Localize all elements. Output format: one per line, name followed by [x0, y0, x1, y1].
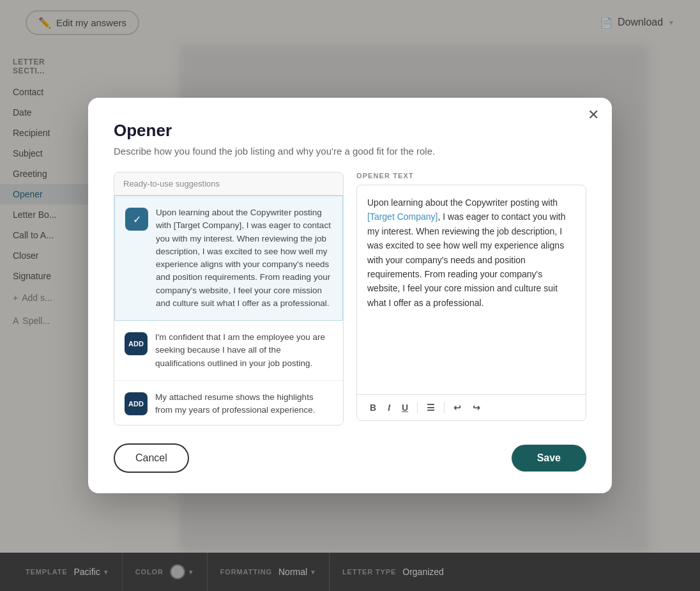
modal-footer: Cancel Save [114, 443, 586, 473]
modal-subtitle: Describe how you found the job listing a… [114, 146, 586, 157]
editor-box: Upon learning about the Copywriter posti… [356, 185, 586, 421]
suggestions-list: ✓ Upon learning about the Copywriter pos… [114, 196, 344, 426]
suggestion-text-2: I'm confident that I am the employee you… [155, 331, 333, 370]
editor-text-before: Upon learning about the Copywriter posti… [367, 197, 558, 208]
modal-overlay: ✕ Opener Describe how you found the job … [0, 0, 700, 591]
suggestion-item-3[interactable]: ADD My attached resume shows the highlig… [114, 381, 343, 426]
save-button[interactable]: Save [512, 445, 586, 472]
toolbar-redo-button[interactable]: ↪ [469, 400, 484, 415]
cancel-button[interactable]: Cancel [114, 443, 189, 473]
toolbar-underline-button[interactable]: U [398, 400, 412, 415]
suggestion-text-1: Upon learning about the Copywriter posti… [156, 206, 332, 310]
suggestion-item-1[interactable]: ✓ Upon learning about the Copywriter pos… [114, 196, 343, 321]
toolbar-separator [417, 402, 418, 413]
editor-label: OPENER TEXT [356, 172, 586, 180]
editor-panel: OPENER TEXT Upon learning about the Copy… [356, 172, 586, 426]
suggestions-panel: Ready-to-use suggestions ✓ Upon learning… [114, 172, 344, 426]
toolbar-undo-button[interactable]: ↩ [450, 400, 465, 415]
suggestion-text-3: My attached resume shows the highlights … [155, 391, 333, 417]
modal-close-button[interactable]: ✕ [588, 108, 599, 122]
editor-content[interactable]: Upon learning about the Copywriter posti… [357, 185, 586, 394]
toolbar-separator-2 [444, 402, 445, 413]
suggestions-label: Ready-to-use suggestions [114, 172, 344, 196]
editor-text-highlight: [Target Company] [367, 211, 438, 222]
suggestion-add-button-2[interactable]: ADD [125, 332, 148, 355]
editor-toolbar: B I U ☰ ↩ ↪ [357, 394, 586, 420]
suggestion-check-icon: ✓ [125, 208, 148, 231]
suggestion-item-2[interactable]: ADD I'm confident that I am the employee… [114, 321, 343, 381]
modal-body: Ready-to-use suggestions ✓ Upon learning… [114, 172, 586, 426]
editor-text-after: , I was eager to contact you with my int… [367, 211, 566, 307]
modal-title: Opener [114, 121, 586, 141]
opener-modal: ✕ Opener Describe how you found the job … [88, 98, 612, 493]
toolbar-list-button[interactable]: ☰ [423, 400, 439, 415]
toolbar-bold-button[interactable]: B [366, 400, 380, 415]
toolbar-italic-button[interactable]: I [384, 400, 394, 415]
suggestion-add-button-3[interactable]: ADD [125, 392, 148, 415]
